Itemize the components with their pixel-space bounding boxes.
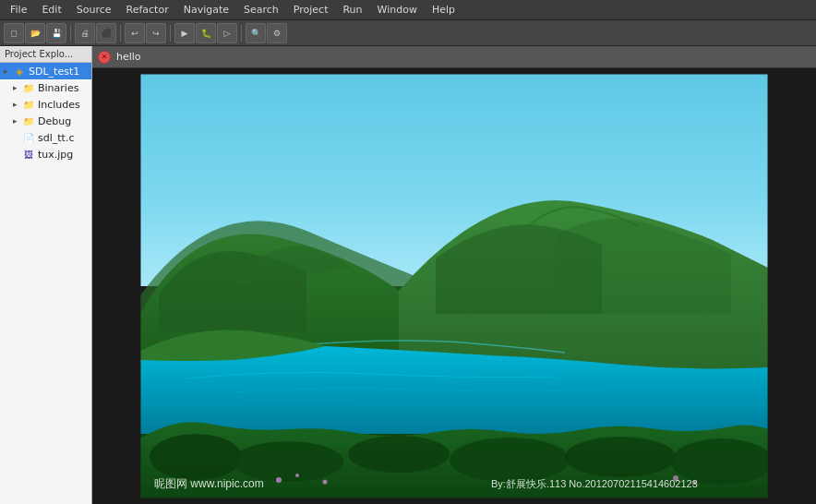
- svg-point-10: [323, 480, 328, 485]
- menubar: File Edit Source Refactor Navigate Searc…: [0, 0, 816, 20]
- tree-label-includes: Includes: [38, 99, 80, 111]
- window-close-button[interactable]: ✕: [98, 51, 111, 64]
- menu-navigate[interactable]: Navigate: [177, 2, 235, 18]
- landscape-image: 昵图网 www.nipic.com By:舒展快乐.113 No.2012070…: [140, 74, 768, 498]
- toolbar-btn-redo[interactable]: ↪: [146, 23, 166, 43]
- tree-item-sdl-tt[interactable]: 📄 sdl_tt.c: [0, 129, 91, 146]
- menu-window[interactable]: Window: [371, 2, 424, 18]
- tree-arrow-binaries: ▸: [13, 83, 22, 92]
- toolbar-btn-run[interactable]: ▷: [217, 23, 237, 43]
- menu-search[interactable]: Search: [237, 2, 285, 18]
- toolbar-group-4: ▶ 🐛 ▷: [174, 23, 237, 43]
- tree-label-root: SDL_test1: [29, 66, 79, 78]
- svg-point-3: [233, 441, 343, 482]
- folder-icon-debug: 📁: [22, 114, 35, 127]
- tree-arrow-debug: ▸: [13, 116, 22, 126]
- image-icon-tux: 🖼: [22, 148, 35, 161]
- tree-item-debug[interactable]: ▸ 📁 Debug: [0, 113, 91, 129]
- toolbar-group-3: ↩ ↪: [125, 23, 166, 43]
- main-layout: Project Explo... ▸ ◈ SDL_test1 ▸ 📁 Binar…: [0, 46, 816, 504]
- tree-item-binaries[interactable]: ▸ 📁 Binaries: [0, 79, 91, 96]
- toolbar-btn-undo[interactable]: ↩: [125, 23, 145, 43]
- window-titlebar: ✕ hello: [92, 46, 816, 68]
- toolbar-btn-settings[interactable]: ⚙: [267, 23, 287, 43]
- toolbar-group-1: ◻ 📂 💾: [4, 23, 66, 43]
- svg-point-2: [150, 434, 242, 480]
- tree-label-binaries: Binaries: [38, 82, 78, 94]
- toolbar-btn-debug[interactable]: 🐛: [196, 23, 216, 43]
- folder-icon-binaries: 📁: [22, 81, 35, 94]
- svg-point-5: [450, 438, 570, 482]
- svg-text:昵图网 www.nipic.com: 昵图网 www.nipic.com: [154, 477, 264, 490]
- menu-edit[interactable]: Edit: [35, 2, 67, 18]
- tree-label-tux: tux.jpg: [38, 149, 73, 161]
- tree-item-tux[interactable]: 🖼 tux.jpg: [0, 146, 91, 162]
- toolbar-btn-search[interactable]: 🔍: [246, 23, 266, 43]
- tree-arrow-root: ▸: [4, 66, 13, 76]
- menu-help[interactable]: Help: [426, 2, 462, 18]
- menu-file[interactable]: File: [4, 2, 33, 18]
- toolbar-btn-preview[interactable]: ⬛: [96, 23, 116, 43]
- menu-source[interactable]: Source: [70, 2, 118, 18]
- toolbar-group-2: 🖨 ⬛: [75, 23, 116, 43]
- tree-label-sdl-tt: sdl_tt.c: [38, 132, 74, 144]
- svg-point-9: [295, 474, 299, 477]
- window-title: hello: [116, 51, 141, 63]
- tree-item-includes[interactable]: ▸ 📁 Includes: [0, 96, 91, 113]
- toolbar-btn-save[interactable]: 💾: [46, 23, 66, 43]
- toolbar-sep-1: [70, 25, 71, 42]
- toolbar: ◻ 📂 💾 🖨 ⬛ ↩ ↪ ▶ 🐛 ▷ 🔍 ⚙: [0, 20, 816, 46]
- toolbar-btn-new[interactable]: ◻: [4, 23, 24, 43]
- toolbar-btn-open[interactable]: 📂: [25, 23, 45, 43]
- sidebar: Project Explo... ▸ ◈ SDL_test1 ▸ 📁 Binar…: [0, 46, 92, 504]
- image-display-area: 昵图网 www.nipic.com By:舒展快乐.113 No.2012070…: [92, 68, 816, 504]
- toolbar-sep-2: [120, 25, 121, 42]
- toolbar-btn-print[interactable]: 🖨: [75, 23, 95, 43]
- toolbar-group-5: 🔍 ⚙: [246, 23, 287, 43]
- menu-project[interactable]: Project: [287, 2, 335, 18]
- menu-refactor[interactable]: Refactor: [120, 2, 175, 18]
- svg-text:By:舒展快乐.113  No.20120702115414: By:舒展快乐.113 No.20120702115414602123: [491, 478, 698, 489]
- project-icon: ◈: [13, 65, 26, 78]
- sidebar-title: Project Explo...: [5, 49, 73, 59]
- toolbar-sep-3: [170, 25, 171, 42]
- tree-label-debug: Debug: [38, 115, 71, 127]
- folder-icon-includes: 📁: [22, 98, 35, 111]
- toolbar-btn-build[interactable]: ▶: [174, 23, 195, 43]
- sidebar-header: Project Explo...: [0, 46, 91, 63]
- content-area: ✕ hello: [92, 46, 816, 504]
- menu-run[interactable]: Run: [336, 2, 368, 18]
- svg-point-4: [348, 436, 450, 473]
- file-icon-sdl-tt: 📄: [22, 131, 35, 144]
- svg-point-6: [565, 437, 676, 477]
- toolbar-sep-4: [241, 25, 242, 42]
- tree-item-root[interactable]: ▸ ◈ SDL_test1: [0, 63, 91, 79]
- tree-arrow-includes: ▸: [13, 100, 22, 109]
- svg-point-8: [276, 477, 282, 483]
